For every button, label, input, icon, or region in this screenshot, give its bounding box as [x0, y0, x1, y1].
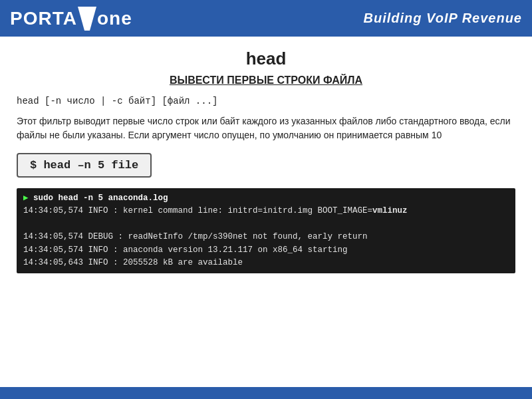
tagline: Building VoIP Revenue [364, 11, 522, 26]
header: PORTA one Building VoIP Revenue [0, 0, 532, 37]
logo-icon [78, 7, 96, 31]
terminal: ▶ sudo head -n 5 anaconda.log 14:34:05,5… [17, 188, 515, 273]
syntax-line: head [-n число | -с байт] [файл ...] [17, 96, 515, 106]
content-area: head ВЫВЕСТИ ПЕРВЫЕ СТРОКИ ФАЙЛА head [-… [0, 37, 532, 283]
page-subtitle: ВЫВЕСТИ ПЕРВЫЕ СТРОКИ ФАЙЛА [17, 74, 515, 86]
logo: PORTA one [10, 7, 132, 31]
terminal-command: sudo head -n 5 anaconda.log [33, 194, 168, 203]
logo-text: PORTA [10, 8, 77, 29]
page-title: head [17, 43, 515, 72]
description-text: Этот фильтр выводит первые число строк и… [17, 114, 515, 142]
prompt-arrow: ▶ [23, 194, 33, 203]
terminal-prompt-line: ▶ sudo head -n 5 anaconda.log [23, 192, 509, 205]
svg-marker-0 [78, 7, 96, 31]
terminal-line-3: 14:34:05,574 INFO : anaconda version 13.… [23, 244, 509, 257]
terminal-line-2: 14:34:05,574 DEBUG : readNetInfo /tmp/s3… [23, 231, 509, 243]
command-example: $ head –n 5 file [17, 153, 152, 178]
terminal-line-blank [23, 218, 509, 231]
bottom-bar [0, 387, 532, 399]
terminal-line-4: 14:34:05,643 INFO : 2055528 kB are avail… [23, 257, 509, 269]
terminal-line-1: 14:34:05,574 INFO : kernel command line:… [23, 205, 509, 217]
logo-text2: one [97, 8, 132, 29]
